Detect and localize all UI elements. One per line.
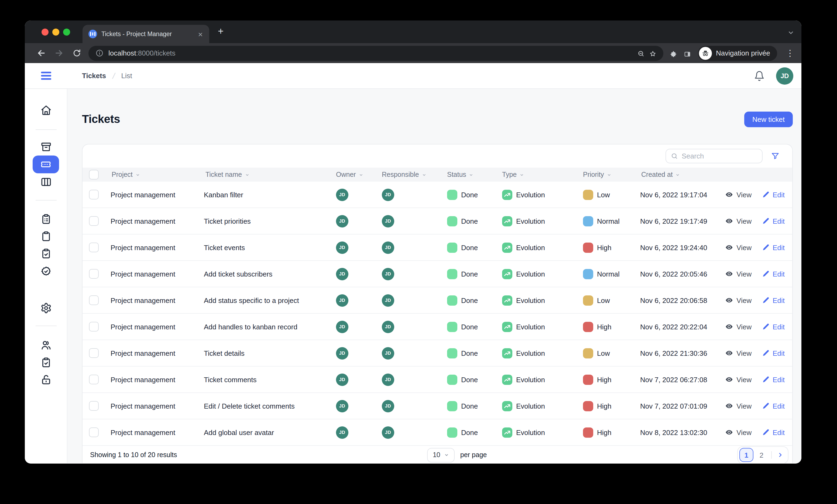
row-checkbox[interactable] [89, 295, 99, 305]
sidebar [25, 89, 67, 463]
pencil-icon [762, 349, 769, 357]
back-button[interactable] [32, 45, 50, 61]
page-button-1[interactable]: 1 [740, 448, 753, 462]
edit-button[interactable]: Edit [762, 402, 785, 410]
row-checkbox[interactable] [89, 269, 99, 279]
notifications-bell-icon[interactable] [754, 70, 765, 81]
type-label: Evolution [516, 428, 545, 436]
edit-button[interactable]: Edit [762, 323, 785, 331]
row-checkbox[interactable] [89, 322, 99, 331]
sidebar-item-permissions[interactable] [39, 373, 53, 386]
table-header-row: Project Ticket name Owner Responsible St… [83, 168, 792, 182]
sidebar-item-ticket-types[interactable] [39, 229, 53, 243]
edit-button[interactable]: Edit [762, 375, 785, 383]
view-button[interactable]: View [725, 296, 751, 305]
bookmark-star-icon[interactable] [649, 50, 656, 57]
new-ticket-button[interactable]: New ticket [744, 111, 793, 127]
sidebar-item-users[interactable] [39, 338, 53, 352]
zoom-window-button[interactable] [63, 29, 70, 36]
new-tab-button[interactable]: + [218, 26, 224, 36]
column-header-created-at[interactable]: Created at [636, 171, 730, 178]
column-header-owner[interactable]: Owner [331, 171, 376, 178]
sidebar-item-ticket-statuses[interactable] [39, 212, 53, 226]
zoom-page-icon[interactable] [637, 50, 644, 57]
sidebar-item-roles[interactable] [39, 355, 53, 369]
cell-created-at: Nov 8, 2022 13:02:30 [636, 428, 730, 436]
side-panel-icon[interactable] [683, 50, 691, 57]
edit-button[interactable]: Edit [762, 296, 785, 304]
browser-tab-strip: Tickets - Project Manager × + [25, 20, 801, 43]
sidebar-item-ticket-priorities[interactable] [39, 246, 53, 260]
cell-created-at: Nov 6, 2022 19:17:49 [636, 217, 730, 225]
status-badge [447, 295, 457, 305]
column-header-ticket-name[interactable]: Ticket name [200, 171, 331, 178]
sidebar-toggle-hamburger-icon[interactable] [41, 72, 51, 80]
sidebar-item-tickets[interactable] [33, 156, 59, 173]
next-page-button[interactable] [774, 452, 787, 458]
close-window-button[interactable] [41, 29, 49, 36]
sidebar-item-activities[interactable] [39, 264, 53, 278]
view-button[interactable]: View [725, 401, 751, 410]
minimize-window-button[interactable] [52, 29, 59, 36]
row-checkbox[interactable] [89, 428, 99, 437]
browser-tab[interactable]: Tickets - Project Manager × [83, 25, 209, 43]
reload-button[interactable] [68, 45, 86, 61]
row-checkbox[interactable] [89, 190, 99, 199]
forward-button[interactable] [50, 45, 68, 61]
edit-button[interactable]: Edit [762, 270, 785, 278]
row-checkbox[interactable] [89, 242, 99, 252]
per-page-select[interactable]: 10 [427, 448, 455, 462]
extensions-puzzle-icon[interactable] [670, 50, 677, 57]
column-header-status[interactable]: Status [442, 171, 497, 178]
view-button[interactable]: View [725, 270, 751, 278]
sidebar-item-projects[interactable] [39, 140, 53, 154]
row-checkbox[interactable] [89, 375, 99, 384]
filter-funnel-icon[interactable] [771, 151, 780, 161]
browser-menu-kebab-icon[interactable]: ⋮ [784, 49, 796, 57]
chevron-down-icon [444, 452, 449, 458]
column-header-type[interactable]: Type [497, 171, 577, 178]
view-button[interactable]: View [725, 243, 751, 252]
select-all-checkbox[interactable] [89, 170, 99, 180]
cell-ticket-name: Ticket priorities [200, 217, 331, 225]
view-button[interactable]: View [725, 190, 751, 199]
view-button[interactable]: View [725, 322, 751, 331]
app-header: Tickets / List JD [25, 63, 801, 89]
sidebar-item-kanban[interactable] [39, 175, 53, 189]
row-checkbox[interactable] [89, 401, 99, 411]
sort-caret-icon [245, 172, 249, 177]
edit-button[interactable]: Edit [762, 349, 785, 357]
view-button[interactable]: View [725, 375, 751, 384]
row-checkbox[interactable] [89, 216, 99, 226]
view-button[interactable]: View [725, 428, 751, 437]
row-checkbox[interactable] [89, 348, 99, 358]
edit-button[interactable]: Edit [762, 217, 785, 225]
responsible-avatar: JD [382, 321, 394, 333]
sidebar-item-home[interactable] [39, 103, 53, 117]
responsible-avatar: JD [382, 294, 394, 306]
view-button[interactable]: View [725, 349, 751, 357]
sidebar-item-settings[interactable] [39, 301, 53, 315]
edit-button[interactable]: Edit [762, 244, 785, 251]
address-bar[interactable]: localhost:8000/tickets [88, 46, 663, 61]
cell-project: Project management [106, 296, 200, 304]
page-button-2[interactable]: 2 [754, 448, 768, 462]
breadcrumb-section[interactable]: Tickets [82, 72, 106, 80]
site-info-icon[interactable] [95, 49, 104, 57]
user-avatar[interactable]: JD [776, 67, 793, 84]
tab-search-chevron-icon[interactable] [787, 29, 795, 38]
edit-button[interactable]: Edit [762, 191, 785, 199]
trend-up-icon [504, 402, 511, 409]
column-header-project[interactable]: Project [106, 171, 200, 178]
column-header-responsible[interactable]: Responsible [376, 171, 442, 178]
cell-created-at: Nov 6, 2022 19:17:04 [636, 191, 730, 199]
tab-close-icon[interactable]: × [197, 30, 204, 38]
cell-project: Project management [106, 323, 200, 331]
search-input[interactable] [682, 152, 757, 160]
browser-window: Tickets - Project Manager × + [25, 20, 801, 464]
edit-button[interactable]: Edit [762, 428, 785, 436]
incognito-spy-icon [699, 47, 712, 59]
incognito-profile-pill[interactable]: Navigation privée [698, 46, 777, 61]
view-button[interactable]: View [725, 217, 751, 225]
column-header-priority[interactable]: Priority [577, 171, 636, 178]
